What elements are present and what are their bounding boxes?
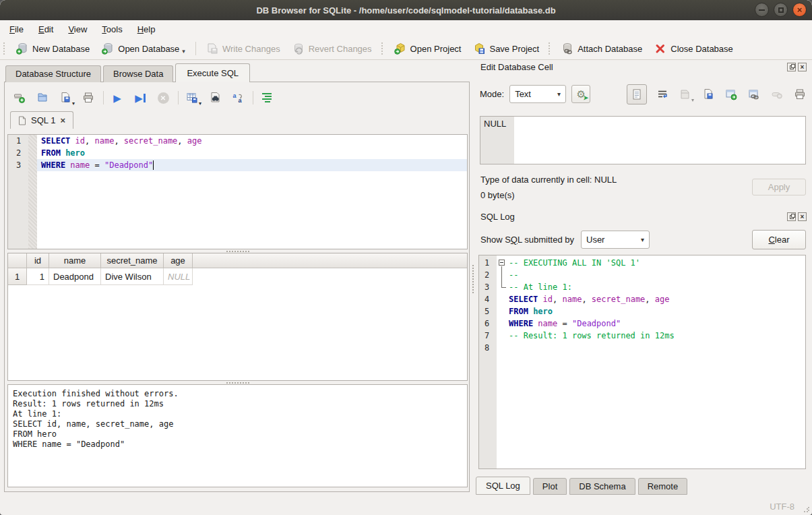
sql-editor[interactable]: 1 SELECT id, name, secret_name, age 2 FR… [7, 134, 468, 249]
tab-browse-data[interactable]: Browse Data [103, 65, 173, 82]
save-sql-file-button[interactable]: ▾ [57, 90, 73, 105]
save-results-button[interactable]: ▾ [184, 90, 200, 105]
dock-tabbar: SQL Log Plot DB Schema Remote [476, 477, 690, 495]
main-tabbar: Database Structure Browse Data Execute S… [5, 63, 252, 82]
clear-log-button[interactable]: Clear [752, 230, 806, 249]
save-project-button[interactable]: Save Project [467, 40, 545, 57]
dock-tab-db-schema[interactable]: DB Schema [569, 478, 635, 495]
sql-tab-sql1[interactable]: SQL 1 × [10, 111, 73, 129]
replace-button[interactable]: aa [230, 90, 246, 105]
toolbar-drag-handle[interactable] [549, 42, 552, 55]
execute-current-line-button[interactable]: ▶ [132, 90, 148, 105]
dock-tab-plot[interactable]: Plot [533, 478, 567, 495]
toolbar-drag-handle[interactable] [381, 42, 385, 55]
open-database-button[interactable]: Open Database ▾ [96, 40, 191, 57]
titlebar[interactable]: DB Browser for SQLite - /home/user/code/… [0, 0, 812, 20]
new-database-button[interactable]: New Database [10, 40, 96, 57]
save-results-dropdown-icon[interactable]: ▾ [199, 100, 201, 107]
text-mode-button[interactable] [627, 84, 647, 104]
attach-database-label: Attach Database [577, 44, 642, 54]
menu-tools[interactable]: Tools [94, 22, 129, 36]
menu-file[interactable]: File [2, 22, 31, 36]
attach-database-button[interactable]: Attach Database [555, 40, 648, 57]
column-header-name[interactable]: name [49, 253, 101, 268]
menu-view[interactable]: View [61, 22, 94, 36]
editor-code[interactable]: WHERE name = "Deadpond" [37, 159, 154, 171]
revert-changes-label: Revert Changes [309, 44, 372, 54]
cell-name[interactable]: Deadpond [49, 268, 101, 285]
menubar: File Edit View Tools Help [0, 20, 812, 38]
row-header[interactable]: 1 [8, 268, 27, 285]
write-changes-icon [206, 42, 218, 55]
column-header-age[interactable]: age [164, 253, 193, 268]
tab-database-structure[interactable]: Database Structure [5, 65, 101, 82]
cell-value-editor[interactable]: NULL [480, 116, 806, 164]
pane-splitter[interactable] [470, 59, 476, 497]
revert-changes-button[interactable]: Revert Changes [286, 40, 378, 57]
statusbar: UTF-8 [0, 497, 812, 515]
dock-tab-sql-log[interactable]: SQL Log [476, 477, 530, 495]
sql-log-filter-row: Show SQL submitted by User ▾ Clear [480, 230, 806, 249]
edit-cell-float-button[interactable] [787, 63, 796, 71]
sql-tab-label: SQL 1 [31, 115, 55, 125]
cell-age[interactable]: NULL [164, 268, 193, 285]
word-wrap-button[interactable] [655, 87, 670, 102]
open-database-dropdown-icon[interactable]: ▾ [182, 48, 185, 55]
results-corner-header[interactable] [8, 253, 27, 268]
column-header-secret-name[interactable]: secret_name [101, 253, 164, 268]
cell-settings-button[interactable]: ⚙ ➤ [571, 85, 590, 103]
close-button[interactable]: × [792, 3, 807, 17]
new-sql-tab-button[interactable] [11, 90, 28, 105]
sql-log-float-button[interactable] [787, 212, 796, 221]
new-database-label: New Database [32, 44, 90, 54]
clear-label: Clear [768, 235, 789, 245]
cell-id[interactable]: 1 [27, 268, 49, 285]
execution-message-box[interactable]: Execution finished without errors. Resul… [7, 384, 468, 487]
line-number: 2 [8, 147, 28, 159]
fold-marker-collapse[interactable] [497, 257, 507, 269]
apply-button[interactable]: Apply [752, 179, 806, 195]
print-sql-button[interactable] [80, 90, 96, 105]
edit-cell-close-button[interactable]: × [798, 63, 807, 71]
print-cell-button[interactable] [792, 87, 807, 102]
set-null-button[interactable] [770, 87, 784, 102]
copy-link-button[interactable] [747, 87, 761, 102]
maximize-button[interactable] [774, 3, 788, 17]
dock-tab-remote[interactable]: Remote [638, 478, 688, 495]
menu-help[interactable]: Help [130, 22, 163, 36]
resize-grip[interactable] [803, 506, 810, 513]
editor-code[interactable]: SELECT id, name, secret_name, age [37, 135, 201, 147]
gear-arrow-icon: ➤ [584, 94, 589, 101]
cell-secret-name[interactable]: Dive Wilson [101, 268, 164, 285]
open-sql-file-button[interactable] [34, 90, 51, 105]
toolbar-separator [195, 42, 196, 55]
close-database-button[interactable]: Close Database [648, 40, 739, 57]
log-code: WHERE name = "Deadpond" [507, 317, 621, 330]
find-button[interactable] [207, 90, 223, 105]
edit-cell-dock-header: Edit Database Cell × [476, 62, 812, 72]
open-in-external-app-button[interactable] [724, 87, 739, 102]
column-header-id[interactable]: id [27, 253, 49, 268]
minimize-button[interactable] [755, 3, 769, 17]
export-cell-data-button[interactable] [701, 87, 716, 102]
stop-execution-button[interactable]: ✕ [155, 90, 171, 105]
toolbar-drag-handle[interactable] [3, 42, 7, 55]
format-sql-button[interactable] [259, 90, 275, 105]
sql-log-close-button[interactable]: × [798, 212, 807, 221]
sql-tab-close-icon[interactable]: × [60, 115, 65, 125]
mode-select[interactable]: Text ▾ [509, 85, 566, 103]
write-changes-button[interactable]: Write Changes [200, 40, 286, 57]
open-project-button[interactable]: Open Project [388, 40, 468, 57]
execute-all-button[interactable]: ▶ [109, 90, 125, 105]
editor-code[interactable]: FROM hero [37, 147, 85, 159]
submitter-select[interactable]: User ▾ [581, 231, 650, 249]
import-dropdown-icon[interactable]: ▾ [691, 97, 694, 103]
encoding-indicator[interactable]: UTF-8 [770, 502, 794, 512]
sql-log-view[interactable]: 1 -- EXECUTING ALL IN 'SQL 1' 2 -- 3 -- … [478, 255, 806, 469]
log-line: 2 -- [479, 269, 805, 281]
tab-execute-sql[interactable]: Execute SQL [175, 63, 250, 82]
menu-edit[interactable]: Edit [31, 22, 61, 36]
import-cell-data-button[interactable]: ▾ [678, 87, 693, 102]
save-project-label: Save Project [489, 44, 539, 54]
save-sql-dropdown-icon[interactable]: ▾ [72, 100, 75, 107]
